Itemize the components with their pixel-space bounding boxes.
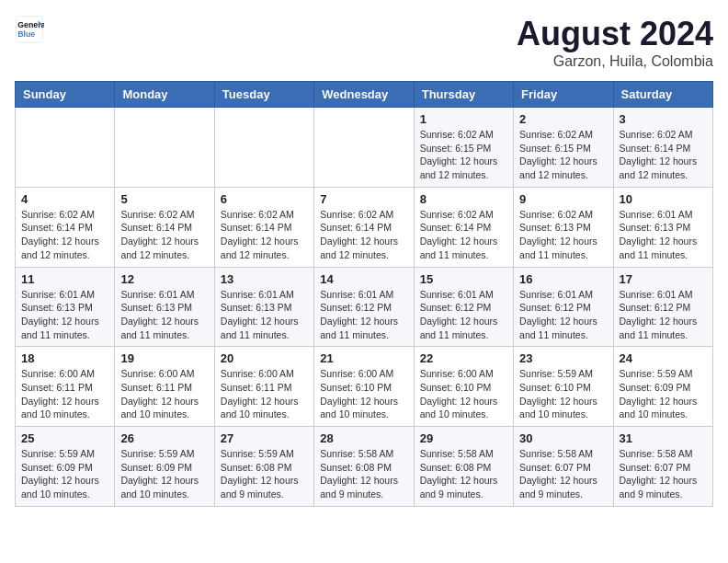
- day-info: Sunrise: 6:00 AM Sunset: 6:11 PM Dayligh…: [21, 367, 108, 421]
- day-info: Sunrise: 5:59 AM Sunset: 6:08 PM Dayligh…: [221, 447, 308, 501]
- calendar-cell: 16Sunrise: 6:01 AM Sunset: 6:12 PM Dayli…: [514, 267, 613, 347]
- calendar-cell: 2Sunrise: 6:02 AM Sunset: 6:15 PM Daylig…: [514, 108, 613, 188]
- day-info: Sunrise: 6:00 AM Sunset: 6:11 PM Dayligh…: [120, 367, 208, 421]
- day-info: Sunrise: 6:00 AM Sunset: 6:10 PM Dayligh…: [320, 367, 407, 421]
- day-number: 9: [519, 192, 607, 206]
- calendar-cell: 15Sunrise: 6:01 AM Sunset: 6:12 PM Dayli…: [414, 267, 513, 347]
- calendar-cell: 12Sunrise: 6:01 AM Sunset: 6:13 PM Dayli…: [115, 267, 214, 347]
- calendar-cell: 6Sunrise: 6:02 AM Sunset: 6:14 PM Daylig…: [214, 187, 313, 267]
- day-number: 31: [620, 431, 707, 445]
- calendar-cell: 14Sunrise: 6:01 AM Sunset: 6:12 PM Dayli…: [314, 267, 414, 347]
- header-day-thursday: Thursday: [414, 82, 513, 108]
- calendar-cell: [16, 108, 115, 188]
- day-number: 22: [420, 351, 507, 365]
- day-number: 17: [620, 272, 707, 286]
- calendar-cell: 18Sunrise: 6:00 AM Sunset: 6:11 PM Dayli…: [16, 347, 115, 427]
- day-number: 20: [221, 351, 308, 365]
- calendar-cell: 30Sunrise: 5:58 AM Sunset: 6:07 PM Dayli…: [514, 427, 613, 507]
- calendar-cell: 26Sunrise: 5:59 AM Sunset: 6:09 PM Dayli…: [115, 427, 214, 507]
- calendar-cell: 4Sunrise: 6:02 AM Sunset: 6:14 PM Daylig…: [16, 187, 115, 267]
- day-number: 27: [221, 431, 308, 445]
- day-info: Sunrise: 6:02 AM Sunset: 6:14 PM Dayligh…: [120, 208, 208, 262]
- page-header: General Blue August 2024 Garzon, Huila, …: [15, 15, 713, 70]
- title-block: August 2024 Garzon, Huila, Colombia: [517, 15, 713, 70]
- calendar-cell: [115, 108, 214, 188]
- header-day-wednesday: Wednesday: [314, 82, 414, 108]
- week-row-2: 4Sunrise: 6:02 AM Sunset: 6:14 PM Daylig…: [16, 187, 713, 267]
- header-day-saturday: Saturday: [613, 82, 712, 108]
- day-number: 15: [420, 272, 507, 286]
- day-info: Sunrise: 5:58 AM Sunset: 6:08 PM Dayligh…: [320, 447, 407, 501]
- day-number: 6: [221, 192, 308, 206]
- day-number: 1: [420, 112, 507, 126]
- calendar-cell: 19Sunrise: 6:00 AM Sunset: 6:11 PM Dayli…: [115, 347, 214, 427]
- calendar-cell: 25Sunrise: 5:59 AM Sunset: 6:09 PM Dayli…: [16, 427, 115, 507]
- day-info: Sunrise: 5:59 AM Sunset: 6:10 PM Dayligh…: [519, 367, 607, 421]
- day-number: 13: [221, 272, 308, 286]
- day-info: Sunrise: 6:02 AM Sunset: 6:14 PM Dayligh…: [221, 208, 308, 262]
- week-row-4: 18Sunrise: 6:00 AM Sunset: 6:11 PM Dayli…: [16, 347, 713, 427]
- day-number: 25: [21, 431, 108, 445]
- calendar-table: SundayMondayTuesdayWednesdayThursdayFrid…: [15, 81, 713, 507]
- svg-text:Blue: Blue: [17, 29, 35, 39]
- calendar-header: SundayMondayTuesdayWednesdayThursdayFrid…: [16, 82, 713, 108]
- logo: General Blue: [15, 15, 44, 44]
- calendar-cell: 24Sunrise: 5:59 AM Sunset: 6:09 PM Dayli…: [613, 347, 712, 427]
- day-info: Sunrise: 5:59 AM Sunset: 6:09 PM Dayligh…: [120, 447, 208, 501]
- day-info: Sunrise: 6:00 AM Sunset: 6:11 PM Dayligh…: [221, 367, 308, 421]
- day-info: Sunrise: 5:59 AM Sunset: 6:09 PM Dayligh…: [620, 367, 707, 421]
- week-row-3: 11Sunrise: 6:01 AM Sunset: 6:13 PM Dayli…: [16, 267, 713, 347]
- day-number: 28: [320, 431, 407, 445]
- calendar-cell: 9Sunrise: 6:02 AM Sunset: 6:13 PM Daylig…: [514, 187, 613, 267]
- day-info: Sunrise: 6:00 AM Sunset: 6:10 PM Dayligh…: [420, 367, 507, 421]
- calendar-cell: 11Sunrise: 6:01 AM Sunset: 6:13 PM Dayli…: [16, 267, 115, 347]
- subtitle: Garzon, Huila, Colombia: [517, 53, 713, 70]
- day-info: Sunrise: 6:02 AM Sunset: 6:14 PM Dayligh…: [420, 208, 507, 262]
- day-info: Sunrise: 6:01 AM Sunset: 6:12 PM Dayligh…: [320, 288, 407, 342]
- calendar-cell: 8Sunrise: 6:02 AM Sunset: 6:14 PM Daylig…: [414, 187, 513, 267]
- day-number: 30: [519, 431, 607, 445]
- day-number: 3: [620, 112, 707, 126]
- svg-text:General: General: [17, 20, 44, 29]
- main-title: August 2024: [517, 15, 713, 53]
- day-info: Sunrise: 5:58 AM Sunset: 6:07 PM Dayligh…: [620, 447, 707, 501]
- calendar-cell: 31Sunrise: 5:58 AM Sunset: 6:07 PM Dayli…: [613, 427, 712, 507]
- day-number: 4: [21, 192, 108, 206]
- day-number: 23: [519, 351, 607, 365]
- calendar-cell: 17Sunrise: 6:01 AM Sunset: 6:12 PM Dayli…: [613, 267, 712, 347]
- day-number: 8: [420, 192, 507, 206]
- calendar-body: 1Sunrise: 6:02 AM Sunset: 6:15 PM Daylig…: [16, 108, 713, 507]
- day-info: Sunrise: 6:02 AM Sunset: 6:14 PM Dayligh…: [320, 208, 407, 262]
- day-info: Sunrise: 6:01 AM Sunset: 6:13 PM Dayligh…: [21, 288, 108, 342]
- calendar-cell: 1Sunrise: 6:02 AM Sunset: 6:15 PM Daylig…: [414, 108, 513, 188]
- week-row-1: 1Sunrise: 6:02 AM Sunset: 6:15 PM Daylig…: [16, 108, 713, 188]
- header-row: SundayMondayTuesdayWednesdayThursdayFrid…: [16, 82, 713, 108]
- logo-icon: General Blue: [15, 15, 44, 44]
- calendar-cell: 29Sunrise: 5:58 AM Sunset: 6:08 PM Dayli…: [414, 427, 513, 507]
- week-row-5: 25Sunrise: 5:59 AM Sunset: 6:09 PM Dayli…: [16, 427, 713, 507]
- day-number: 5: [120, 192, 208, 206]
- day-info: Sunrise: 6:01 AM Sunset: 6:13 PM Dayligh…: [221, 288, 308, 342]
- day-number: 24: [620, 351, 707, 365]
- header-day-tuesday: Tuesday: [214, 82, 313, 108]
- calendar-cell: 7Sunrise: 6:02 AM Sunset: 6:14 PM Daylig…: [314, 187, 414, 267]
- day-number: 21: [320, 351, 407, 365]
- calendar-cell: [314, 108, 414, 188]
- header-day-friday: Friday: [514, 82, 613, 108]
- header-day-monday: Monday: [115, 82, 214, 108]
- day-info: Sunrise: 6:02 AM Sunset: 6:13 PM Dayligh…: [519, 208, 607, 262]
- day-number: 19: [120, 351, 208, 365]
- calendar-cell: 13Sunrise: 6:01 AM Sunset: 6:13 PM Dayli…: [214, 267, 313, 347]
- calendar-cell: 10Sunrise: 6:01 AM Sunset: 6:13 PM Dayli…: [613, 187, 712, 267]
- day-number: 2: [519, 112, 607, 126]
- day-info: Sunrise: 6:01 AM Sunset: 6:12 PM Dayligh…: [519, 288, 607, 342]
- day-info: Sunrise: 5:58 AM Sunset: 6:08 PM Dayligh…: [420, 447, 507, 501]
- calendar-cell: [214, 108, 313, 188]
- day-number: 12: [120, 272, 208, 286]
- day-number: 7: [320, 192, 407, 206]
- day-number: 11: [21, 272, 108, 286]
- calendar-cell: 27Sunrise: 5:59 AM Sunset: 6:08 PM Dayli…: [214, 427, 313, 507]
- day-number: 26: [120, 431, 208, 445]
- calendar-cell: 28Sunrise: 5:58 AM Sunset: 6:08 PM Dayli…: [314, 427, 414, 507]
- day-number: 14: [320, 272, 407, 286]
